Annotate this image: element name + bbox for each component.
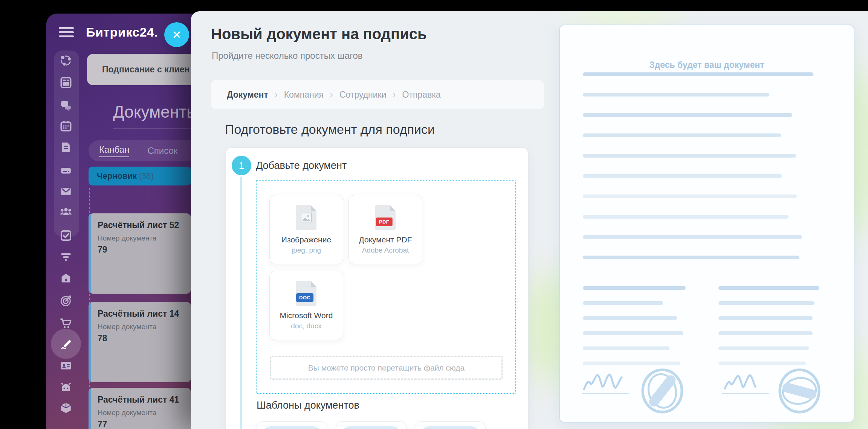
calendar-icon[interactable] (60, 120, 72, 132)
feed-icon[interactable] (60, 76, 72, 89)
step-connector (240, 176, 242, 429)
card-field-label: Номер документа (98, 234, 191, 242)
chevron-right-icon: › (275, 89, 278, 100)
breadcrumb-sending[interactable]: Отправка (402, 90, 441, 100)
network-icon[interactable] (60, 54, 72, 67)
shop-cart-icon[interactable] (60, 317, 72, 329)
skeleton-line (583, 331, 683, 335)
drive-icon[interactable] (60, 164, 72, 177)
card-title: Расчётный лист 14 (98, 309, 191, 319)
sites-icon[interactable] (60, 272, 72, 285)
preview-title: Здесь будет ваш документ (560, 60, 854, 70)
contact-card-icon[interactable] (60, 359, 72, 372)
groups-icon[interactable] (60, 205, 72, 218)
wizard-title: Новый документ на подпись (211, 26, 427, 43)
skeleton-line (583, 316, 677, 320)
documents-icon[interactable] (60, 141, 72, 154)
skeleton-line (718, 301, 815, 305)
file-type-sub: jpeg, png (270, 246, 343, 254)
section-title: Подготовьте документ для подписи (225, 122, 435, 137)
breadcrumb-company[interactable]: Компания (284, 90, 324, 100)
skeleton-line (583, 235, 802, 239)
app-logo: Битрикс24. (86, 25, 158, 40)
sign-pen-icon[interactable] (60, 337, 72, 350)
card-number: 77 (98, 419, 191, 429)
tab-list[interactable]: Список (147, 146, 177, 156)
card-field-label: Номер документа (98, 409, 191, 417)
wizard-panel: Новый документ на подпись Пройдите неско… (191, 11, 868, 429)
pdf-badge: PDF (376, 218, 393, 226)
automation-robot-icon[interactable] (60, 381, 72, 394)
templates-title: Шаблоны документов (257, 400, 359, 411)
skeleton-line (718, 331, 813, 335)
file-dropzone[interactable]: Вы можете просто перетащить файл сюда (270, 356, 503, 380)
skeleton-line (583, 256, 799, 259)
card-number: 79 (98, 245, 191, 255)
skeleton-line (583, 133, 781, 137)
file-type-label: Microsoft Word (270, 311, 343, 320)
screen: Битрикс24. (0, 0, 868, 429)
doc-badge: DOC (296, 293, 313, 302)
file-type-sub: Adobe Acrobat (349, 246, 422, 254)
file-type-label: Документ PDF (349, 235, 422, 244)
step-card: 1 Добавьте документ Изображение jpeg, pn… (225, 147, 529, 429)
word-file-icon: DOC (296, 281, 316, 306)
breadcrumb-employees[interactable]: Сотрудники (339, 90, 387, 100)
close-icon[interactable]: ✕ (164, 22, 189, 47)
pdf-file-icon: PDF (375, 205, 396, 230)
file-type-word-tile[interactable]: DOC Microsoft Word doc, docx (269, 271, 343, 340)
skeleton-line (583, 286, 686, 290)
card-title: Расчётный лист 52 (98, 220, 191, 230)
kanban-card[interactable]: Расчётный лист 14 Номер документа 78 (89, 302, 191, 382)
document-preview: Здесь будет ваш документ (559, 25, 854, 423)
template-placeholder[interactable] (257, 421, 327, 429)
kanban-card[interactable]: Расчётный лист 41 Номер документа 77 (89, 388, 191, 429)
skeleton-line (583, 195, 797, 198)
file-type-label: Изображение (270, 235, 343, 244)
skeleton-line (718, 286, 819, 290)
template-placeholder[interactable] (415, 421, 486, 429)
apps-cube-icon[interactable] (60, 401, 72, 414)
file-type-image-tile[interactable]: Изображение jpeg, png (269, 195, 343, 264)
tasks-icon[interactable] (60, 229, 72, 242)
file-type-pdf-tile[interactable]: PDF Документ PDF Adobe Acrobat (348, 195, 422, 264)
template-placeholder[interactable] (336, 421, 406, 429)
kanban-column-header[interactable]: Черновик (38) (89, 167, 191, 185)
breadcrumb-document[interactable]: Документ (227, 90, 268, 100)
card-number: 78 (98, 333, 191, 343)
wizard-subtitle: Пройдите несколько простых шагов (212, 51, 363, 61)
skeleton-line (718, 316, 813, 320)
column-title: Черновик (97, 171, 137, 181)
card-title: Расчётный лист 41 (98, 395, 191, 405)
column-count: (38) (139, 171, 154, 181)
skeleton-line (718, 362, 806, 365)
stamp-icon (777, 368, 822, 416)
stamp-icon (640, 368, 685, 416)
kanban-card[interactable]: Расчётный лист 52 Номер документа 79 (89, 213, 191, 294)
messenger-icon[interactable] (60, 99, 72, 112)
mail-icon[interactable] (60, 185, 72, 198)
skeleton-line (583, 93, 769, 97)
skeleton-line (583, 72, 813, 76)
menu-icon[interactable] (59, 27, 74, 38)
image-file-icon (296, 205, 316, 230)
card-field-label: Номер документа (98, 323, 191, 331)
step-number-badge: 1 (232, 156, 251, 175)
skeleton-line (583, 154, 796, 158)
skeleton-line (583, 215, 789, 219)
skeleton-line (583, 113, 792, 117)
skeleton-line (583, 346, 669, 350)
chevron-right-icon: › (330, 89, 333, 100)
breadcrumb: Документ › Компания › Сотрудники › Отпра… (211, 80, 544, 109)
marketing-target-icon[interactable] (60, 294, 72, 307)
skeleton-line (583, 174, 782, 178)
signature-scribble-icon (722, 371, 772, 397)
chevron-right-icon: › (393, 89, 396, 100)
crm-funnel-icon[interactable] (60, 251, 72, 264)
signature-scribble-icon (582, 371, 631, 397)
tab-kanban[interactable]: Канбан (99, 144, 129, 157)
skeleton-line (583, 362, 680, 365)
step-title: Добавьте документ (256, 160, 347, 172)
file-type-sub: doc, docx (270, 322, 343, 330)
skeleton-line (583, 301, 663, 305)
